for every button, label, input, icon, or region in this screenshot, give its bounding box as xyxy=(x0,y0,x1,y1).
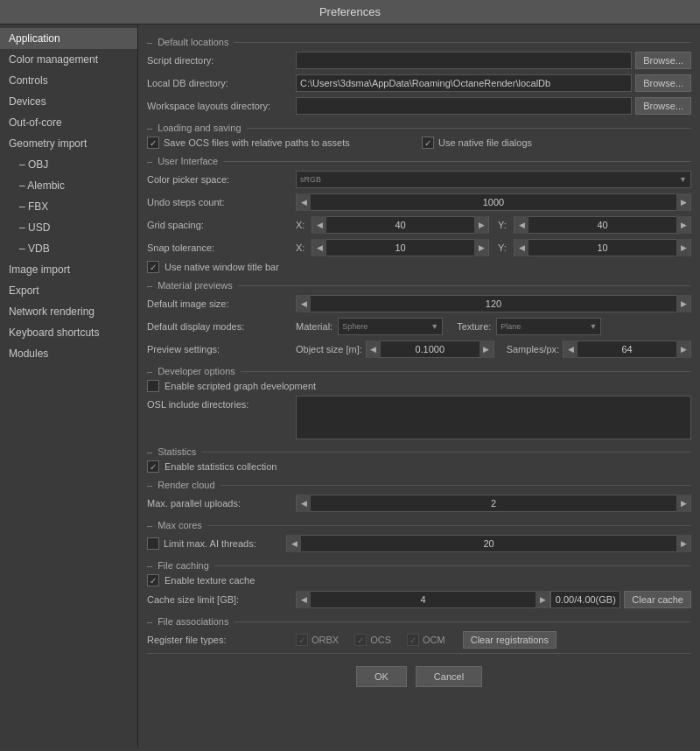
grid-y-value: 40 xyxy=(528,220,676,230)
script-directory-browse[interactable]: Browse... xyxy=(635,52,691,69)
limit-ai-checkbox[interactable] xyxy=(147,537,159,550)
workspace-layouts-input[interactable] xyxy=(296,97,632,115)
use-native-dialogs-checkbox[interactable] xyxy=(422,137,434,149)
ai-dec[interactable]: ◀ xyxy=(287,535,301,552)
snap-x-dec[interactable]: ◀ xyxy=(312,239,326,256)
ocs-check: OCS xyxy=(354,634,391,646)
workspace-layouts-browse[interactable]: Browse... xyxy=(635,97,691,115)
ok-button[interactable]: OK xyxy=(356,666,407,687)
sidebar-item-usd[interactable]: – USD xyxy=(0,217,137,238)
clear-registrations-button[interactable]: Clear registrations xyxy=(463,631,556,649)
grid-y-dec[interactable]: ◀ xyxy=(514,216,528,234)
samples-px-spinner: ◀ 64 ▶ xyxy=(563,340,691,358)
enable-texture-cache-checkbox[interactable] xyxy=(147,574,159,586)
sidebar-item-obj[interactable]: – OBJ xyxy=(0,154,137,175)
script-directory-row: Script directory: Browse... xyxy=(147,51,691,70)
sidebar-item-network-rendering[interactable]: Network rendering xyxy=(0,301,137,322)
object-size-dec[interactable]: ◀ xyxy=(367,340,381,358)
native-title-label: Use native window title bar xyxy=(164,262,279,272)
enable-statistics-label: Enable statistics collection xyxy=(164,461,276,472)
object-size-label: Object size [m]: xyxy=(296,344,362,354)
sidebar-item-image-import[interactable]: Image import xyxy=(0,259,137,280)
undo-steps-label: Undo steps count: xyxy=(147,197,296,207)
material-mode-select[interactable]: Sphere ▼ xyxy=(338,318,443,335)
enable-texture-cache-row: Enable texture cache xyxy=(147,574,691,586)
osl-include-label: OSL include directories: xyxy=(147,396,296,410)
grid-spacing-row: Grid spacing: X: ◀ 40 ▶ Y: ◀ 40 ▶ xyxy=(147,215,691,235)
sidebar-item-devices[interactable]: Devices xyxy=(0,91,137,112)
enable-statistics-checkbox[interactable] xyxy=(147,460,159,473)
parallel-dec[interactable]: ◀ xyxy=(297,495,311,512)
use-native-dialogs-label: Use native file dialogs xyxy=(438,137,532,148)
sidebar-item-controls[interactable]: Controls xyxy=(0,70,137,91)
max-parallel-spinner: ◀ 2 ▶ xyxy=(296,495,691,512)
local-db-browse[interactable]: Browse... xyxy=(635,74,691,92)
register-file-types-row: Register file types: ORBX OCS OCM Clear … xyxy=(147,630,691,649)
section-file-caching: File caching xyxy=(147,560,691,571)
samples-inc[interactable]: ▶ xyxy=(676,340,690,358)
snap-tolerance-xy: X: ◀ 10 ▶ Y: ◀ 10 ▶ xyxy=(296,239,691,256)
osl-include-row: OSL include directories: xyxy=(147,396,691,439)
grid-y-label: Y: xyxy=(498,220,510,230)
native-title-row: Use native window title bar xyxy=(147,261,691,273)
color-picker-select[interactable]: sRGB ▼ xyxy=(296,171,691,188)
snap-y-spinner: ◀ 10 ▶ xyxy=(514,239,691,256)
section-file-associations: File associations xyxy=(147,616,691,627)
cache-usage-display: 0.00/4.00(GB) xyxy=(550,591,620,608)
clear-cache-button[interactable]: Clear cache xyxy=(624,591,691,608)
osl-include-textarea[interactable] xyxy=(296,396,691,439)
orbx-checkbox[interactable] xyxy=(296,634,308,646)
sidebar-item-color-management[interactable]: Color management xyxy=(0,49,137,70)
enable-scripted-label: Enable scripted graph development xyxy=(164,381,316,391)
cache-size-row: Cache size limit [GB]: ◀ 4 ▶ 0.00/4.00(G… xyxy=(147,590,691,609)
max-parallel-row: Max. parallel uploads: ◀ 2 ▶ xyxy=(147,494,691,513)
image-size-inc[interactable]: ▶ xyxy=(676,295,690,312)
parallel-inc[interactable]: ▶ xyxy=(676,495,690,512)
save-ocs-checkbox[interactable] xyxy=(147,137,159,149)
undo-steps-dec[interactable]: ◀ xyxy=(297,193,311,211)
enable-scripted-checkbox[interactable] xyxy=(147,380,159,392)
script-directory-input[interactable] xyxy=(296,52,632,69)
grid-x-dec[interactable]: ◀ xyxy=(312,216,326,234)
snap-y-dec[interactable]: ◀ xyxy=(514,239,528,256)
snap-x-inc[interactable]: ▶ xyxy=(474,239,488,256)
grid-x-inc[interactable]: ▶ xyxy=(474,216,488,234)
color-picker-row: Color picker space: sRGB ▼ xyxy=(147,170,691,189)
sidebar-item-application[interactable]: Application xyxy=(0,28,137,49)
cache-dec[interactable]: ◀ xyxy=(297,591,311,608)
cache-inc[interactable]: ▶ xyxy=(536,591,550,608)
object-size-inc[interactable]: ▶ xyxy=(480,340,494,358)
ai-threads-spinner: ◀ 20 ▶ xyxy=(286,535,691,552)
local-db-row: Local DB directory: Browse... xyxy=(147,74,691,93)
material-mode-label: Material: xyxy=(296,321,332,332)
sidebar-item-fbx[interactable]: – FBX xyxy=(0,196,137,217)
texture-mode-select[interactable]: Plane ▼ xyxy=(496,318,601,335)
ai-inc[interactable]: ▶ xyxy=(676,535,690,552)
sidebar-item-export[interactable]: Export xyxy=(0,280,137,301)
local-db-input[interactable] xyxy=(296,74,632,92)
grid-x-value: 40 xyxy=(326,220,474,230)
section-loading-saving: Loading and saving xyxy=(147,123,691,133)
register-file-types-label: Register file types: xyxy=(147,635,296,645)
default-display-modes-row: Default display modes: Material: Sphere … xyxy=(147,317,691,336)
texture-mode-label: Texture: xyxy=(457,321,491,332)
section-statistics: Statistics xyxy=(147,446,691,457)
sidebar-item-vdb[interactable]: – VDB xyxy=(0,238,137,259)
samples-dec[interactable]: ◀ xyxy=(564,340,578,358)
sidebar-item-geometry-import[interactable]: Geometry import xyxy=(0,133,137,154)
native-title-checkbox[interactable] xyxy=(147,261,159,273)
grid-y-inc[interactable]: ▶ xyxy=(676,216,690,234)
cancel-button[interactable]: Cancel xyxy=(416,666,482,687)
sidebar-item-out-of-core[interactable]: Out-of-core xyxy=(0,112,137,133)
snap-y-inc[interactable]: ▶ xyxy=(676,239,690,256)
ocs-checkbox[interactable] xyxy=(354,634,367,646)
image-size-dec[interactable]: ◀ xyxy=(297,295,311,312)
sidebar-item-alembic[interactable]: – Alembic xyxy=(0,175,137,196)
parallel-value: 2 xyxy=(311,498,676,509)
save-ocs-label: Save OCS files with relative paths to as… xyxy=(164,137,350,148)
ocm-checkbox[interactable] xyxy=(407,634,419,646)
sidebar-item-modules[interactable]: Modules xyxy=(0,343,137,364)
section-material-previews: Material previews xyxy=(147,280,691,291)
sidebar-item-keyboard-shortcuts[interactable]: Keyboard shortcuts xyxy=(0,322,137,343)
undo-steps-inc[interactable]: ▶ xyxy=(676,193,690,211)
